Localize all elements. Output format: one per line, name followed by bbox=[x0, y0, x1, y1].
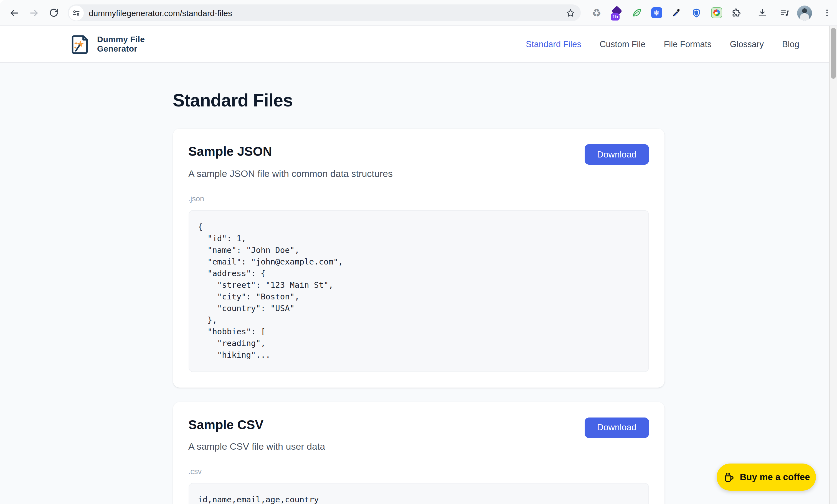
downloads-button[interactable] bbox=[754, 4, 770, 21]
download-tray-icon bbox=[757, 7, 767, 18]
color-picker-extension-button[interactable] bbox=[669, 5, 684, 21]
card-description: A sample CSV file with user data bbox=[188, 442, 325, 452]
logo-document-wand-icon bbox=[69, 33, 91, 55]
page-title: Standard Files bbox=[173, 90, 664, 111]
file-extension-label: .json bbox=[188, 194, 649, 203]
forward-icon bbox=[29, 7, 39, 18]
buy-me-a-coffee-button[interactable]: Buy me a coffee bbox=[717, 464, 816, 491]
coffee-button-label: Buy me a coffee bbox=[740, 472, 810, 482]
leaf-extension-button[interactable] bbox=[628, 5, 644, 21]
tune-icon bbox=[72, 8, 81, 17]
download-json-button[interactable]: Download bbox=[585, 144, 649, 165]
download-csv-button[interactable]: Download bbox=[585, 417, 649, 438]
playlist-music-icon bbox=[779, 7, 789, 18]
card-title: Sample CSV bbox=[188, 417, 325, 432]
sample-csv-card: Sample CSV A sample CSV file with user d… bbox=[173, 402, 664, 504]
card-title: Sample JSON bbox=[188, 144, 393, 159]
refresh-button[interactable] bbox=[46, 4, 62, 21]
json-code-preview: { "id": 1, "name": "John Doe", "email": … bbox=[188, 210, 649, 372]
extension-count-badge: 15 bbox=[611, 13, 620, 20]
url-bar[interactable]: dummyfilegenerator.com/standard-files bbox=[68, 4, 581, 21]
refresh-icon bbox=[49, 8, 59, 18]
media-controls-button[interactable] bbox=[776, 4, 793, 21]
url-text[interactable]: dummyfilegenerator.com/standard-files bbox=[89, 8, 563, 17]
snowflake-icon: ❄ bbox=[654, 8, 659, 17]
logo-text-line2: Generator bbox=[97, 44, 145, 53]
recycle-extension-button[interactable]: ♻ bbox=[588, 5, 605, 21]
forward-button[interactable] bbox=[25, 4, 42, 21]
back-icon bbox=[8, 7, 19, 18]
recycle-icon: ♻ bbox=[592, 7, 601, 18]
nav-custom-file[interactable]: Custom File bbox=[600, 39, 645, 49]
browser-toolbar: dummyfilegenerator.com/standard-files ♻ … bbox=[0, 0, 837, 26]
toolbar-divider bbox=[749, 8, 749, 18]
scrollbar-track[interactable] bbox=[829, 26, 837, 504]
extensions-area: ♻ 15 ❄ bbox=[588, 5, 744, 21]
main-nav: Standard Files Custom File File Formats … bbox=[526, 39, 799, 49]
nav-glossary[interactable]: Glossary bbox=[730, 39, 764, 49]
puzzle-icon bbox=[731, 7, 742, 18]
coffee-cup-icon bbox=[723, 471, 735, 483]
nav-file-formats[interactable]: File Formats bbox=[664, 39, 711, 49]
purple-extension-button[interactable]: 15 bbox=[608, 5, 625, 21]
star-icon bbox=[566, 8, 575, 17]
maps-extension-button[interactable] bbox=[708, 5, 725, 21]
nav-blog[interactable]: Blog bbox=[782, 39, 799, 49]
kebab-menu-icon bbox=[823, 8, 832, 17]
browser-window: dummyfilegenerator.com/standard-files ♻ … bbox=[0, 0, 837, 504]
snowflake-extension-button[interactable]: ❄ bbox=[648, 5, 664, 21]
eyedropper-icon bbox=[671, 7, 682, 18]
back-button[interactable] bbox=[5, 4, 22, 21]
maps-icon bbox=[711, 7, 722, 18]
shield-icon bbox=[691, 7, 702, 18]
page-content: Dummy File Generator Standard Files Cust… bbox=[0, 26, 837, 504]
scrollbar-thumb[interactable] bbox=[831, 28, 836, 79]
profile-avatar[interactable] bbox=[797, 5, 812, 20]
site-settings-button[interactable] bbox=[69, 5, 84, 20]
extensions-menu-button[interactable] bbox=[728, 5, 744, 21]
password-manager-extension-button[interactable] bbox=[688, 5, 705, 21]
browser-menu-button[interactable] bbox=[819, 4, 835, 21]
card-description: A sample JSON file with common data stru… bbox=[188, 168, 393, 179]
leaf-icon bbox=[631, 7, 642, 18]
logo-text-line1: Dummy File bbox=[97, 35, 145, 44]
site-logo[interactable]: Dummy File Generator bbox=[69, 33, 145, 55]
site-header: Dummy File Generator Standard Files Cust… bbox=[0, 26, 837, 62]
nav-standard-files[interactable]: Standard Files bbox=[526, 39, 581, 49]
file-extension-label: .csv bbox=[188, 467, 649, 476]
csv-code-preview: id,name,email,age,country 1,John Doe,joh… bbox=[188, 483, 649, 504]
sample-json-card: Sample JSON A sample JSON file with comm… bbox=[173, 129, 664, 387]
bookmark-star-button[interactable] bbox=[563, 5, 577, 20]
